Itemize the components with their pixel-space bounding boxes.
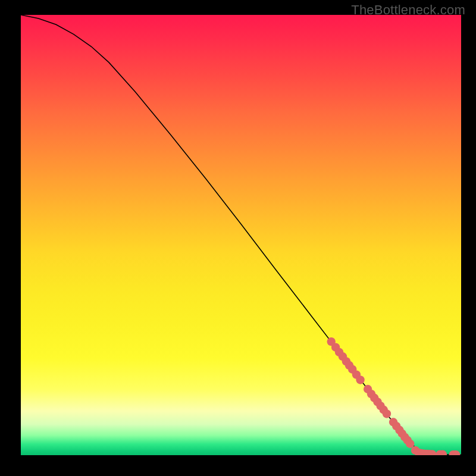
chart-svg-overlay bbox=[21, 15, 461, 455]
chart-markers bbox=[327, 337, 461, 455]
chart-plot-area bbox=[21, 15, 461, 455]
chart-marker bbox=[356, 375, 364, 384]
chart-marker bbox=[383, 409, 391, 418]
watermark-text: TheBottleneck.com bbox=[351, 2, 465, 18]
chart-curve bbox=[21, 15, 461, 455]
